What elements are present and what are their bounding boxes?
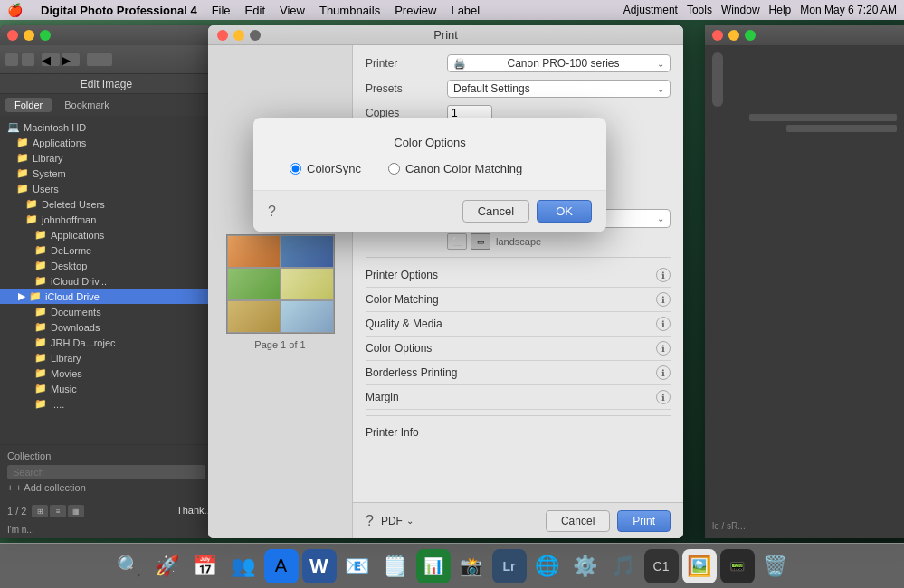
dock-capture-one[interactable]: C1 [644, 549, 679, 583]
margin-section[interactable]: Margin ℹ [366, 385, 671, 410]
tree-selected-folder[interactable]: ▶ 📁 iCloud Drive [0, 289, 213, 304]
color-matching-info[interactable]: ℹ [656, 292, 671, 307]
dock-notes[interactable]: 🗒️ [378, 549, 413, 583]
color-matching-section[interactable]: Color Matching ℹ [366, 288, 671, 312]
quality-media-section[interactable]: Quality & Media ℹ [366, 312, 671, 337]
tab-bookmark[interactable]: Bookmark [55, 98, 119, 112]
tree-desktop[interactable]: 📁 Desktop [0, 258, 213, 273]
menu-thumbnails[interactable]: Thumbnails [319, 4, 380, 17]
tree-macintosh-hd[interactable]: 💻 Macintosh HD [0, 119, 213, 135]
dock-calendar[interactable]: 📅 [188, 549, 223, 583]
right-min[interactable] [728, 30, 739, 41]
tree-system[interactable]: 📁 System [0, 166, 213, 181]
tree-jrh[interactable]: 📁 JRH Da...rojec [0, 335, 213, 350]
tab-folder[interactable]: Folder [5, 98, 52, 112]
color-options-info[interactable]: ℹ [656, 341, 671, 356]
presets-select[interactable]: Default Settings ⌄ [447, 80, 671, 98]
tree-icloud-drive[interactable]: 📁 iCloud Driv... [0, 273, 213, 289]
dock-lightroom[interactable]: Lr [492, 549, 527, 583]
tree-delorme[interactable]: 📁 DeLorme [0, 242, 213, 258]
color-ok-button[interactable]: OK [537, 200, 592, 223]
toolbar-nav-fwd[interactable]: ▶ [62, 53, 80, 66]
dock-music[interactable]: 🎵 [606, 549, 641, 583]
printer-row: Printer 🖨️ Canon PRO-100 series ⌄ [366, 54, 671, 72]
dock-launchpad[interactable]: 🚀 [150, 549, 185, 583]
print-min-btn[interactable] [233, 30, 244, 41]
collection-search-input[interactable] [7, 465, 205, 479]
menu-tools[interactable]: Tools [687, 4, 712, 16]
menu-adjustment[interactable]: Adjustment [623, 4, 678, 16]
colorsync-radio[interactable] [290, 163, 301, 175]
menu-preview[interactable]: Preview [395, 4, 436, 17]
print-button[interactable]: Print [617, 510, 671, 532]
menu-edit[interactable]: Edit [245, 4, 265, 17]
canon-color-radio[interactable] [388, 163, 400, 175]
toolbar-icon-2[interactable] [22, 53, 34, 66]
apple-menu[interactable]: 🍎 [7, 3, 23, 17]
dock-numbers[interactable]: 📊 [416, 549, 451, 583]
print-close-btn[interactable] [217, 30, 228, 41]
tree-movies[interactable]: 📁 Movies [0, 365, 213, 381]
close-button[interactable] [7, 30, 18, 41]
toolbar-nav-back[interactable]: ◀ [42, 53, 60, 66]
color-options-section[interactable]: Color Options ℹ [366, 337, 671, 361]
borderless-info[interactable]: ℹ [656, 365, 671, 380]
toolbar-icon-1[interactable] [5, 53, 18, 66]
portrait-button[interactable]: ⬜ [447, 233, 467, 250]
dock-appstore[interactable]: A [264, 549, 299, 583]
landscape-button[interactable]: ▭ [471, 233, 490, 250]
tree-more[interactable]: 📁 ..... [0, 396, 213, 412]
menu-help[interactable]: Help [769, 4, 792, 16]
tree-johnhoffman[interactable]: 📁 johnhoffman [0, 212, 213, 227]
right-scrollbar[interactable] [712, 52, 723, 107]
grid-view-button[interactable]: ⊞ [32, 505, 48, 517]
color-cancel-button[interactable]: Cancel [462, 200, 529, 223]
quality-media-info[interactable]: ℹ [656, 317, 671, 331]
tree-library-2[interactable]: 📁 Library [0, 350, 213, 365]
minimize-button[interactable] [24, 30, 34, 41]
menu-window[interactable]: Window [721, 4, 760, 16]
pdf-button[interactable]: PDF ⌄ [381, 515, 414, 527]
tree-documents[interactable]: 📁 Documents [0, 304, 213, 319]
dock-trash[interactable]: 🗑️ [758, 549, 793, 583]
tree-applications-2[interactable]: 📁 Applications [0, 227, 213, 242]
printer-options-info[interactable]: ℹ [656, 268, 671, 282]
dock-settings[interactable]: ⚙️ [568, 549, 603, 583]
dock-finder[interactable]: 🔍 [112, 549, 147, 583]
color-dialog-question[interactable]: ? [268, 204, 276, 220]
dock-mail[interactable]: 📧 [340, 549, 375, 583]
dock-contacts[interactable]: 👥 [226, 549, 261, 583]
presets-control: Default Settings ⌄ [447, 80, 671, 98]
menu-label[interactable]: Label [451, 4, 480, 17]
dock-photos[interactable]: 📸 [454, 549, 489, 583]
menu-file[interactable]: File [212, 4, 231, 17]
tree-library-1[interactable]: 📁 Library [0, 150, 213, 166]
print-cancel-button[interactable]: Cancel [546, 510, 610, 532]
printer-options-section[interactable]: Printer Options ℹ [366, 263, 671, 288]
tree-users[interactable]: 📁 Users [0, 181, 213, 196]
tree-applications-1[interactable]: 📁 Applications [0, 135, 213, 150]
margin-info[interactable]: ℹ [656, 390, 671, 404]
tree-deleted-users[interactable]: 📁 Deleted Users [0, 196, 213, 212]
maximize-button[interactable] [40, 30, 51, 41]
dock-preview[interactable]: 🖼️ [682, 549, 717, 583]
dock-word[interactable]: W [302, 549, 337, 583]
dock-activity-monitor[interactable]: 📟 [720, 549, 755, 583]
printer-info-section[interactable]: Printer Info [366, 422, 671, 443]
add-collection-button[interactable]: + + Add collection [7, 479, 205, 496]
question-icon[interactable]: ? [366, 513, 374, 529]
thank-you-message: Thank... [176, 505, 213, 516]
tree-music[interactable]: 📁 Music [0, 381, 213, 396]
dock-safari[interactable]: 🌐 [530, 549, 565, 583]
right-close[interactable] [712, 30, 723, 41]
borderless-section[interactable]: Borderless Printing ℹ [366, 361, 671, 385]
toolbar-icon-3[interactable] [87, 53, 112, 66]
margin-label: Margin [366, 391, 399, 403]
printer-select[interactable]: 🖨️ Canon PRO-100 series ⌄ [447, 54, 671, 72]
right-max[interactable] [745, 30, 756, 41]
list-view-button[interactable]: ≡ [50, 505, 66, 517]
detail-view-button[interactable]: ▦ [68, 505, 84, 517]
print-max-btn [250, 30, 261, 41]
menu-view[interactable]: View [280, 4, 305, 17]
tree-downloads[interactable]: 📁 Downloads [0, 319, 213, 335]
